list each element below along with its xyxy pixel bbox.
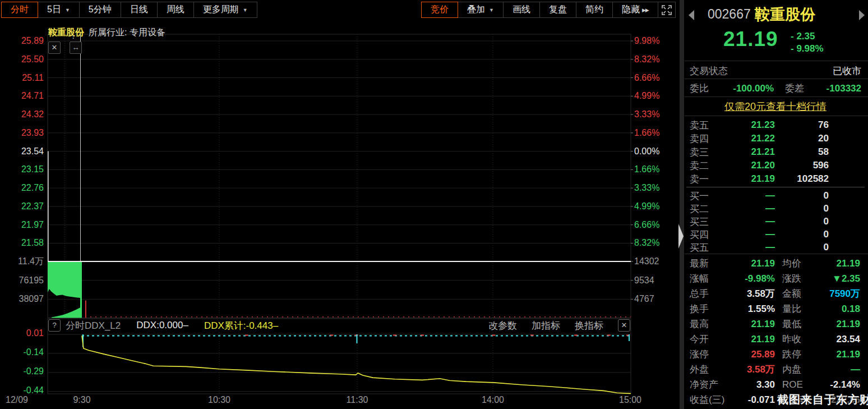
tab-minute-chart[interactable]: 分时 bbox=[1, 2, 38, 18]
button-overlay[interactable]: 叠加▼ bbox=[458, 2, 504, 18]
price-tick: 23.15 bbox=[0, 164, 44, 174]
ask-volume: 596 bbox=[775, 160, 861, 171]
bid-volume: 0 bbox=[775, 242, 861, 253]
weicha-value: -103332 bbox=[811, 83, 861, 94]
stock-name: 鞍重股份 bbox=[755, 4, 815, 25]
stat-row: 今开21.19 昨收23.54 bbox=[690, 332, 860, 347]
price-tick: 25.50 bbox=[0, 54, 44, 65]
weicha-label: 委差 bbox=[785, 82, 811, 95]
price-tick: 23.93 bbox=[0, 128, 44, 138]
ask-row-2: 卖二 21.20 596 bbox=[690, 159, 861, 172]
stat-row: 净资产3.30 ROE-2.14% bbox=[690, 377, 860, 392]
panel-collapse-handle[interactable] bbox=[678, 224, 684, 249]
stat-row: 最高21.19 最低21.19 bbox=[690, 316, 860, 332]
ddx-tick: -0.44 bbox=[0, 385, 44, 396]
price-change-pct: - 9.98% bbox=[791, 43, 824, 54]
ddx-cum-value: DDX累计:-0.443– bbox=[204, 319, 278, 332]
button-simple-mode[interactable]: 简约 bbox=[576, 2, 613, 18]
pct-tick: 1.66% bbox=[634, 164, 659, 174]
tab-daily[interactable]: 日线 bbox=[121, 2, 158, 18]
volume-tick-right: 9534 bbox=[634, 275, 654, 286]
chevron-down-icon: ▼ bbox=[243, 7, 248, 13]
fullscreen-icon bbox=[662, 5, 672, 15]
weibi-row: 委比 -100.00% 委差 -103332 bbox=[690, 80, 861, 96]
price-tick: 22.76 bbox=[0, 183, 44, 193]
resize-horizontal-icon[interactable]: ↔ bbox=[70, 42, 82, 54]
ddx-tick: 0.01 bbox=[0, 328, 44, 338]
trade-status-row: 交易状态 已收市 bbox=[690, 63, 861, 79]
bid-price: — bbox=[722, 203, 775, 214]
tab-5min[interactable]: 5分钟 bbox=[79, 2, 121, 18]
pct-tick: 6.66% bbox=[634, 73, 659, 83]
chevron-down-icon: ▼ bbox=[65, 7, 70, 13]
next-stock-arrow-icon[interactable] bbox=[859, 10, 865, 20]
prev-stock-arrow-icon[interactable] bbox=[689, 10, 694, 20]
chart-stock-name: 鞍重股份 bbox=[48, 27, 84, 39]
ask-label: 卖四 bbox=[690, 132, 722, 145]
bid-price: — bbox=[722, 242, 775, 253]
divider bbox=[685, 254, 868, 254]
bid-row-5: 买五 — 0 bbox=[690, 241, 861, 254]
volume-tick-right: 14302 bbox=[634, 256, 659, 266]
ask-volume: 58 bbox=[775, 146, 861, 158]
bid-row-1: 买一 — 0 bbox=[690, 189, 861, 203]
drag-handle-icon[interactable]: ↕ bbox=[72, 33, 75, 40]
bid-label: 买四 bbox=[690, 228, 722, 241]
price-tick: 25.11 bbox=[0, 73, 44, 83]
ddx-tick: -0.29 bbox=[0, 366, 44, 376]
bid-label: 买三 bbox=[690, 215, 722, 228]
pct-tick: 3.33% bbox=[634, 109, 659, 120]
button-auction[interactable]: 竞价 bbox=[421, 2, 458, 18]
bid-price: — bbox=[722, 229, 775, 240]
chart-industry-label: 所属行业: 专用设备 bbox=[89, 27, 165, 39]
ask-row-3: 卖三 21.21 58 bbox=[690, 145, 861, 159]
stat-row: 换手1.55% 量比0.18 bbox=[690, 301, 860, 316]
close-icon[interactable]: ✕ bbox=[618, 319, 630, 332]
price-tick: 24.32 bbox=[0, 109, 44, 120]
tab-5day[interactable]: 5日▼ bbox=[38, 2, 80, 18]
tab-weekly[interactable]: 周线 bbox=[157, 2, 194, 18]
button-replay[interactable]: 复盘 bbox=[539, 2, 576, 18]
stat-row: 总手3.58万 金额7590万 bbox=[690, 286, 860, 301]
bid-price: — bbox=[722, 190, 775, 201]
button-hide[interactable]: 隐藏▶▶ bbox=[612, 2, 658, 18]
stat-row: 最新21.19 均价21.19 bbox=[690, 256, 860, 271]
bid-row-2: 买二 — 0 bbox=[690, 202, 861, 215]
pct-tick: 4.99% bbox=[634, 91, 659, 101]
trade-status-label: 交易状态 bbox=[690, 65, 728, 77]
time-tick: 14:00 bbox=[482, 395, 504, 405]
ask-row-4: 卖四 21.22 20 bbox=[690, 132, 861, 145]
price-tick: 21.58 bbox=[0, 238, 44, 248]
ddx-switch-indicator[interactable]: 换指标 bbox=[575, 319, 603, 332]
bid-label: 买二 bbox=[690, 203, 722, 215]
ask-row-1: 卖一 21.19 102582 bbox=[690, 172, 861, 186]
level2-promo-link[interactable]: 仅需20元查看十档行情 bbox=[724, 100, 827, 113]
pct-tick: 4.99% bbox=[634, 201, 659, 212]
bid-volume: 0 bbox=[775, 203, 861, 214]
volume-tick-right: 4767 bbox=[634, 294, 654, 304]
ddx-add-indicator[interactable]: 加指标 bbox=[532, 319, 560, 332]
ask-price: 21.23 bbox=[722, 120, 775, 131]
panel-divider bbox=[680, 0, 684, 409]
ddx-value: DDX:0.000– bbox=[136, 320, 188, 331]
watermark: 截图来自于东方财富 bbox=[777, 392, 868, 407]
promo-row: 仅需20元查看十档行情 bbox=[690, 98, 861, 115]
divider bbox=[685, 116, 868, 116]
close-icon[interactable]: ✕ bbox=[48, 42, 61, 54]
help-icon[interactable]: ? bbox=[48, 319, 61, 332]
button-draw-line[interactable]: 画线 bbox=[503, 2, 540, 18]
ddx-indicator-name: 分时DDX_L2 bbox=[66, 319, 121, 332]
period-toolbar: 分时 5日▼ 5分钟 日线 周线 更多周期▼ bbox=[2, 2, 257, 18]
bid-row-4: 买四 — 0 bbox=[690, 228, 861, 241]
fullscreen-button[interactable] bbox=[658, 2, 676, 18]
ddx-indicator-header: ? 分时DDX_L2 DDX:0.000– DDX累计:-0.443– 改参数 … bbox=[48, 319, 630, 332]
pct-tick: 1.66% bbox=[634, 128, 659, 138]
quote-panel: 002667 鞍重股份 21.19 - 2.35 - 9.98% 交易状态 已收… bbox=[684, 0, 868, 409]
ddx-change-params[interactable]: 改参数 bbox=[488, 319, 517, 332]
price-tick: 25.89 bbox=[0, 36, 44, 46]
pct-tick: 8.32% bbox=[634, 238, 659, 248]
pct-tick: 3.33% bbox=[634, 183, 659, 193]
ddx-tick: -0.14 bbox=[0, 347, 44, 357]
ask-price: 21.20 bbox=[722, 160, 775, 171]
tab-more-periods[interactable]: 更多周期▼ bbox=[193, 2, 257, 18]
